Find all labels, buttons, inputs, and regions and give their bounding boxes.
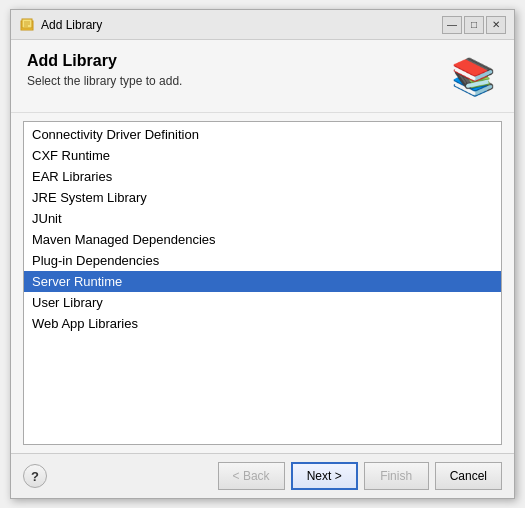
list-item[interactable]: JUnit xyxy=(24,208,501,229)
title-bar-left: Add Library xyxy=(19,17,102,33)
back-button[interactable]: < Back xyxy=(218,462,285,490)
list-item[interactable]: EAR Libraries xyxy=(24,166,501,187)
svg-rect-1 xyxy=(22,19,32,28)
title-bar-text: Add Library xyxy=(41,18,102,32)
help-button[interactable]: ? xyxy=(23,464,47,488)
cancel-button[interactable]: Cancel xyxy=(435,462,502,490)
footer-right: < Back Next > Finish Cancel xyxy=(218,462,502,490)
header-title: Add Library xyxy=(27,52,182,70)
maximize-button[interactable]: □ xyxy=(464,16,484,34)
header-books-icon: 📚 xyxy=(448,52,498,102)
library-list[interactable]: Connectivity Driver DefinitionCXF Runtim… xyxy=(23,121,502,445)
add-library-dialog: Add Library — □ ✕ Add Library Select the… xyxy=(10,9,515,499)
list-item[interactable]: JRE System Library xyxy=(24,187,501,208)
list-item[interactable]: Web App Libraries xyxy=(24,313,501,334)
content-area: Connectivity Driver DefinitionCXF Runtim… xyxy=(11,113,514,453)
list-item[interactable]: Connectivity Driver Definition xyxy=(24,124,501,145)
title-bar: Add Library — □ ✕ xyxy=(11,10,514,40)
minimize-button[interactable]: — xyxy=(442,16,462,34)
footer: ? < Back Next > Finish Cancel xyxy=(11,453,514,498)
next-button[interactable]: Next > xyxy=(291,462,358,490)
header-text-area: Add Library Select the library type to a… xyxy=(27,52,182,88)
list-item[interactable]: Plug-in Dependencies xyxy=(24,250,501,271)
footer-left: ? xyxy=(23,464,47,488)
finish-button[interactable]: Finish xyxy=(364,462,429,490)
list-item[interactable]: CXF Runtime xyxy=(24,145,501,166)
title-bar-controls: — □ ✕ xyxy=(442,16,506,34)
header-subtitle: Select the library type to add. xyxy=(27,74,182,88)
list-item[interactable]: Maven Managed Dependencies xyxy=(24,229,501,250)
close-button[interactable]: ✕ xyxy=(486,16,506,34)
list-item[interactable]: User Library xyxy=(24,292,501,313)
header-section: Add Library Select the library type to a… xyxy=(11,40,514,113)
dialog-icon xyxy=(19,17,35,33)
list-item[interactable]: Server Runtime xyxy=(24,271,501,292)
